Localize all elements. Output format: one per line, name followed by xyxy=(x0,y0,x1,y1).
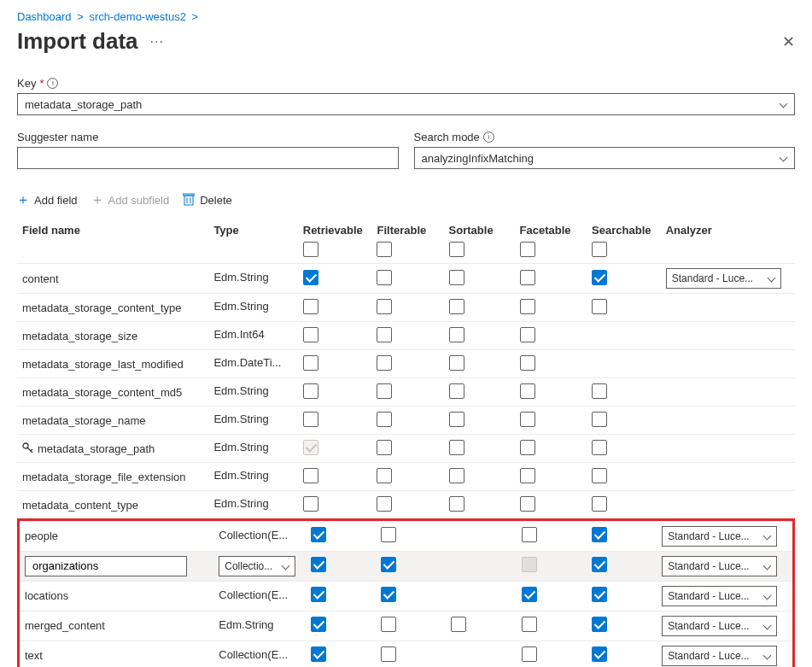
table-row[interactable]: metadata_storage_content_typeEdm.String xyxy=(17,294,795,322)
filterable-checkbox[interactable] xyxy=(381,527,396,542)
searchable-checkbox[interactable] xyxy=(592,299,607,314)
retrievable-checkbox[interactable] xyxy=(311,557,326,572)
table-row[interactable]: Collectio...Standard - Luce... xyxy=(20,551,792,581)
facetable-checkbox[interactable] xyxy=(520,468,535,483)
sortable-checkbox[interactable] xyxy=(449,496,464,512)
filterable-checkbox[interactable] xyxy=(377,383,392,399)
sortable-checkbox[interactable] xyxy=(449,355,464,371)
retrievable-checkbox[interactable] xyxy=(311,587,326,602)
table-row[interactable]: contentEdm.StringStandard - Luce... xyxy=(17,264,795,294)
retrievable-checkbox[interactable] xyxy=(303,412,318,427)
sortable-checkbox[interactable] xyxy=(449,270,464,285)
searchable-checkbox[interactable] xyxy=(592,496,607,512)
facetable-checkbox[interactable] xyxy=(520,496,535,512)
filterable-checkbox[interactable] xyxy=(377,299,392,314)
retrievable-checkbox[interactable] xyxy=(303,468,318,483)
facetable-checkbox[interactable] xyxy=(520,355,535,371)
filterable-checkbox[interactable] xyxy=(381,617,396,632)
facetable-checkbox[interactable] xyxy=(520,270,535,285)
table-row[interactable]: merged_contentEdm.StringStandard - Luce.… xyxy=(20,611,792,641)
searchable-checkbox[interactable] xyxy=(592,647,607,662)
key-select[interactable]: metadata_storage_path xyxy=(17,93,795,115)
retrievable-checkbox[interactable] xyxy=(311,647,326,662)
searchable-checkbox[interactable] xyxy=(592,527,607,542)
sortable-checkbox[interactable] xyxy=(449,440,464,455)
filterable-checkbox[interactable] xyxy=(377,496,392,512)
facetable-checkbox[interactable] xyxy=(522,587,537,602)
filterable-checkbox[interactable] xyxy=(377,355,392,371)
searchable-checkbox[interactable] xyxy=(592,383,607,399)
type-select[interactable]: Collectio... xyxy=(219,556,295,576)
facetable-checkbox[interactable] xyxy=(520,383,535,399)
searchable-checkbox[interactable] xyxy=(592,557,607,572)
more-icon[interactable]: ··· xyxy=(150,34,164,50)
sortable-checkbox[interactable] xyxy=(449,412,464,427)
filterable-all-checkbox[interactable] xyxy=(377,242,392,257)
facetable-all-checkbox[interactable] xyxy=(520,242,535,257)
searchable-checkbox[interactable] xyxy=(592,270,607,285)
table-row[interactable]: metadata_storage_sizeEdm.Int64 xyxy=(17,322,795,350)
table-row[interactable]: locationsCollection(E...Standard - Luce.… xyxy=(20,581,792,611)
retrievable-all-checkbox[interactable] xyxy=(303,242,318,257)
add-field-button[interactable]: ＋ Add field xyxy=(17,194,78,207)
table-row[interactable]: metadata_storage_nameEdm.String xyxy=(17,407,795,435)
filterable-checkbox[interactable] xyxy=(381,587,396,602)
facetable-checkbox[interactable] xyxy=(520,299,535,314)
sortable-checkbox[interactable] xyxy=(449,468,464,483)
sortable-checkbox[interactable] xyxy=(449,299,464,314)
breadcrumb-link-resource[interactable]: srch-demo-westus2 xyxy=(89,10,185,23)
filterable-checkbox[interactable] xyxy=(377,412,392,427)
analyzer-select[interactable]: Standard - Luce... xyxy=(662,526,777,547)
retrievable-checkbox[interactable] xyxy=(303,496,318,512)
sortable-checkbox[interactable] xyxy=(451,617,466,632)
facetable-checkbox[interactable] xyxy=(520,412,535,427)
retrievable-checkbox[interactable] xyxy=(303,270,318,285)
search-mode-select[interactable]: analyzingInfixMatching xyxy=(414,147,796,169)
table-row[interactable]: metadata_content_typeEdm.String xyxy=(17,491,795,519)
info-icon[interactable]: i xyxy=(47,78,58,89)
sortable-checkbox[interactable] xyxy=(449,383,464,399)
facetable-checkbox[interactable] xyxy=(522,557,537,572)
searchable-checkbox[interactable] xyxy=(592,412,607,427)
retrievable-checkbox[interactable] xyxy=(303,383,318,399)
filterable-checkbox[interactable] xyxy=(381,647,396,662)
table-row[interactable]: peopleCollection(E...Standard - Luce... xyxy=(20,521,792,551)
close-icon[interactable]: ✕ xyxy=(782,32,795,51)
filterable-checkbox[interactable] xyxy=(377,270,392,285)
sortable-all-checkbox[interactable] xyxy=(449,242,464,257)
facetable-checkbox[interactable] xyxy=(522,647,537,662)
facetable-checkbox[interactable] xyxy=(522,527,537,542)
searchable-checkbox[interactable] xyxy=(592,617,607,632)
suggester-input[interactable] xyxy=(17,147,399,169)
analyzer-select[interactable]: Standard - Luce... xyxy=(662,646,777,666)
searchable-checkbox[interactable] xyxy=(592,587,607,602)
info-icon[interactable]: i xyxy=(483,132,494,143)
retrievable-checkbox[interactable] xyxy=(303,299,318,314)
filterable-checkbox[interactable] xyxy=(377,468,392,483)
table-row[interactable]: metadata_storage_pathEdm.String xyxy=(17,435,795,463)
filterable-checkbox[interactable] xyxy=(377,327,392,342)
retrievable-checkbox[interactable] xyxy=(311,617,326,632)
sortable-checkbox[interactable] xyxy=(449,327,464,342)
searchable-checkbox[interactable] xyxy=(592,440,607,455)
field-name-input[interactable] xyxy=(25,556,187,576)
table-row[interactable]: metadata_storage_last_modifiedEdm.DateTi… xyxy=(17,350,795,378)
breadcrumb-link-dashboard[interactable]: Dashboard xyxy=(17,10,72,23)
searchable-checkbox[interactable] xyxy=(592,468,607,483)
filterable-checkbox[interactable] xyxy=(381,557,396,572)
facetable-checkbox[interactable] xyxy=(520,440,535,455)
retrievable-checkbox[interactable] xyxy=(303,355,318,371)
analyzer-select[interactable]: Standard - Luce... xyxy=(662,586,777,606)
retrievable-checkbox[interactable] xyxy=(303,327,318,342)
searchable-all-checkbox[interactable] xyxy=(592,242,607,257)
table-row[interactable]: textCollection(E...Standard - Luce... xyxy=(20,641,792,667)
table-row[interactable]: metadata_storage_file_extensionEdm.Strin… xyxy=(17,463,795,491)
delete-button[interactable]: Delete xyxy=(183,193,232,207)
analyzer-select[interactable]: Standard - Luce... xyxy=(662,556,777,576)
facetable-checkbox[interactable] xyxy=(522,617,537,632)
filterable-checkbox[interactable] xyxy=(377,440,392,455)
analyzer-select[interactable]: Standard - Luce... xyxy=(662,616,777,636)
table-row[interactable]: metadata_storage_content_md5Edm.String xyxy=(17,378,795,407)
facetable-checkbox[interactable] xyxy=(520,327,535,342)
retrievable-checkbox[interactable] xyxy=(311,527,326,542)
